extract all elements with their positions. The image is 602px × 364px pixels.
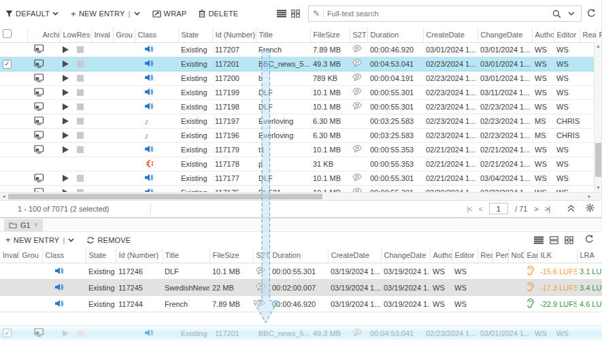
- cell-editor[interactable]: WS: [554, 57, 580, 71]
- list-view-icon[interactable]: [277, 10, 286, 18]
- cell-editor[interactable]: WS: [554, 71, 580, 86]
- column-header-createdate[interactable]: CreateDate: [328, 248, 381, 263]
- row-checkbox[interactable]: [3, 329, 12, 337]
- cell-state[interactable]: Existing: [178, 326, 212, 340]
- column-header-ears[interactable]: Ears: [524, 248, 537, 263]
- column-header-class[interactable]: Class: [135, 27, 178, 42]
- play-icon[interactable]: [63, 330, 69, 337]
- refresh-icon[interactable]: [587, 9, 596, 19]
- cell-group[interactable]: [113, 129, 135, 143]
- cell-author[interactable]: WS: [532, 57, 554, 71]
- delete-button[interactable]: DELETE: [199, 10, 238, 18]
- cell-filesize[interactable]: 10.1 MB: [310, 143, 350, 157]
- cell-archive[interactable]: [27, 100, 60, 114]
- cell-author[interactable]: WS: [532, 171, 554, 186]
- cell-select[interactable]: [0, 43, 27, 57]
- cell-select[interactable]: [0, 57, 27, 71]
- play-icon[interactable]: [63, 61, 69, 67]
- play-icon[interactable]: [63, 175, 69, 182]
- cell-s2t[interactable]: [253, 263, 269, 280]
- filter-default-button[interactable]: DEFAULT: [5, 10, 58, 18]
- cell-id[interactable]: 117201: [212, 326, 256, 340]
- column-header-lra[interactable]: LRA: [577, 248, 602, 263]
- cell-s2t[interactable]: [350, 43, 367, 57]
- full-text-search-box[interactable]: ✎: [308, 5, 582, 22]
- cell-lowres-controls[interactable]: [60, 143, 91, 157]
- group-tab-g1[interactable]: G1 ×: [4, 219, 43, 231]
- cell-filesize[interactable]: 7.89 MB: [210, 296, 253, 312]
- cell-id[interactable]: 117246: [116, 263, 162, 280]
- cell-class[interactable]: [135, 57, 178, 71]
- cell-filesize[interactable]: 49.3 MB: [310, 326, 350, 340]
- group-new-entry-button[interactable]: + NEW ENTRY |: [5, 235, 74, 245]
- cell-ears[interactable]: [524, 263, 537, 280]
- cell-filesize[interactable]: 49.3 MB: [310, 57, 350, 71]
- cell-ears[interactable]: [524, 280, 537, 296]
- column-header-title[interactable]: Title: [256, 27, 310, 42]
- cell-createdate[interactable]: 02/23/2024 1...: [423, 129, 478, 143]
- cell-filesize[interactable]: 31 KB: [310, 157, 350, 171]
- cell-select[interactable]: [0, 71, 27, 86]
- cell-duration[interactable]: 00:00:55.353: [367, 157, 423, 171]
- cell-id[interactable]: 117196: [212, 129, 256, 143]
- cell-duration[interactable]: 00:00:46.920: [367, 43, 423, 57]
- cell-state[interactable]: Existing: [178, 157, 212, 171]
- cell-createdate[interactable]: 02/23/2024 1...: [423, 326, 478, 340]
- cell-lowres-controls[interactable]: [60, 171, 91, 186]
- column-header-changedate[interactable]: ChangeDate: [381, 248, 430, 263]
- column-header-title[interactable]: Title: [162, 248, 210, 263]
- cell-createdate[interactable]: 02/23/2024 1...: [423, 86, 478, 100]
- cell-title[interactable]: b: [256, 71, 310, 86]
- cell-filesize[interactable]: 789 KB: [310, 71, 350, 86]
- table-row[interactable]: Existing117245SwedishNews22 MB00:02:00.0…: [0, 280, 602, 296]
- cell-author[interactable]: WS: [430, 296, 452, 312]
- cell-lowres-controls[interactable]: [60, 57, 91, 71]
- cell-editor[interactable]: WS: [554, 326, 580, 340]
- cell-title[interactable]: Everloving: [256, 114, 310, 129]
- cell-archive[interactable]: [27, 157, 60, 171]
- cell-archive[interactable]: [27, 86, 60, 100]
- cell-class[interactable]: ♪: [135, 129, 178, 143]
- cell-editor[interactable]: WS: [554, 43, 580, 57]
- cell-select[interactable]: [0, 326, 27, 340]
- cell-select[interactable]: [0, 86, 27, 100]
- cell-duration[interactable]: 00:00:55.301: [367, 186, 423, 192]
- column-header-grou[interactable]: Grou: [113, 27, 135, 42]
- cell-class[interactable]: [42, 280, 86, 296]
- cell-invalid[interactable]: [91, 114, 113, 129]
- stop-icon[interactable]: [77, 175, 84, 182]
- cell-id[interactable]: 117245: [116, 280, 162, 296]
- column-header-read[interactable]: Read: [478, 248, 492, 263]
- stop-icon[interactable]: [77, 103, 84, 110]
- table-row[interactable]: ♪Existing117196Everloving6.30 MB00:03:25…: [0, 129, 601, 143]
- cell-id[interactable]: 117179: [212, 143, 256, 157]
- cell-group[interactable]: [19, 263, 42, 280]
- cell-title[interactable]: p: [256, 157, 310, 171]
- cell-read[interactable]: [580, 326, 596, 340]
- cell-editor[interactable]: WS: [554, 100, 580, 114]
- cell-author[interactable]: WS: [532, 71, 554, 86]
- cell-title[interactable]: BBC_news_5...: [256, 326, 310, 340]
- cell-duration[interactable]: 00:00:55.301: [269, 263, 328, 280]
- cell-archive[interactable]: [27, 171, 60, 186]
- grid-view-icon[interactable]: [565, 236, 573, 244]
- cell-class[interactable]: [135, 100, 178, 114]
- cell-author[interactable]: MS: [532, 129, 554, 143]
- cell-author[interactable]: MS: [532, 114, 554, 129]
- cell-archive[interactable]: [27, 114, 60, 129]
- cell-invalid[interactable]: [91, 43, 113, 57]
- column-header-editor[interactable]: Editor: [452, 248, 478, 263]
- column-header-id-number-[interactable]: Id (Number): [212, 27, 256, 42]
- play-icon[interactable]: [63, 46, 69, 53]
- cell-group[interactable]: [113, 100, 135, 114]
- cell-createdate[interactable]: 03/19/2024 1...: [328, 280, 381, 296]
- cell-filesize[interactable]: 10.1 MB: [310, 86, 350, 100]
- table-row[interactable]: Existing117244French7.89 MB00:00:46.9200…: [0, 296, 602, 312]
- cell-changedate[interactable]: 02/23/2024 1...: [478, 100, 532, 114]
- cell-duration[interactable]: 00:03:25.583: [367, 114, 423, 129]
- cell-createdate[interactable]: 02/23/2024 1...: [423, 100, 478, 114]
- cell-createdate[interactable]: 02/20/2024 1...: [423, 186, 478, 192]
- cell-select[interactable]: [0, 129, 27, 143]
- vertical-scrollbar[interactable]: ▲ ▼: [594, 42, 601, 191]
- cell-s2t[interactable]: [350, 86, 367, 100]
